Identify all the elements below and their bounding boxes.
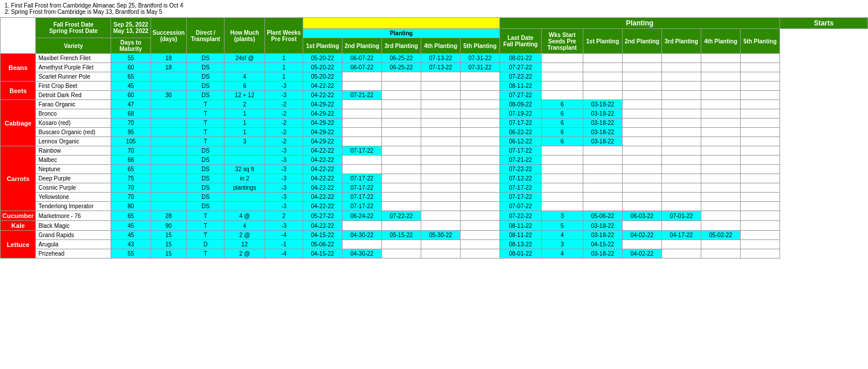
succession-cell <box>150 165 187 174</box>
how-cell: 12 + 12 <box>225 91 265 100</box>
start-4-cell <box>701 202 740 211</box>
how-cell: 4 <box>225 72 265 82</box>
start-2-cell <box>622 109 661 119</box>
how-cell: 1 <box>225 119 265 128</box>
plant-weeks-cell: 2 <box>265 211 303 221</box>
start-3-cell <box>661 183 701 193</box>
start-2-cell <box>622 193 661 202</box>
planting-1-cell: 04-15-22 <box>303 249 342 259</box>
planting-2-cell <box>342 82 381 91</box>
start-4-cell <box>701 63 740 72</box>
planting-5-cell: 07-31-22 <box>460 63 499 72</box>
start-3-cell <box>661 137 701 146</box>
planting-2-cell: 07-17-22 <box>342 183 381 193</box>
planting-1-cell: 04-22-22 <box>303 82 342 91</box>
last-date-cell: 08-01-22 <box>499 249 541 259</box>
plant-weeks-cell: 1 <box>265 72 303 82</box>
last-date-cell: 06-12-22 <box>499 137 541 146</box>
wks-start-cell: 6 <box>541 119 583 128</box>
planting-4-cell <box>421 82 460 91</box>
succession-cell <box>150 156 187 165</box>
planting-5-cell <box>460 128 499 137</box>
start-5-cell <box>740 165 779 174</box>
how-cell: in 2 <box>225 174 265 183</box>
wks-start-cell: 4 <box>541 231 583 240</box>
wks-start-cell: 5 <box>541 221 583 231</box>
dt-cell: DS <box>187 165 225 174</box>
planting-5-cell <box>460 82 499 91</box>
last-date-cell: 07-27-22 <box>499 91 541 100</box>
planting-2-cell: 07-17-22 <box>342 146 381 156</box>
plant-weeks-cell: -2 <box>265 109 303 119</box>
start-5-cell <box>740 91 779 100</box>
variety-cell: First Crop Beet <box>36 82 111 91</box>
planting-2-cell: 07-17-22 <box>342 174 381 183</box>
planting-4-cell <box>421 128 460 137</box>
plant-weeks-cell: -1 <box>265 240 303 249</box>
planting-4-cell <box>421 240 460 249</box>
last-date-cell: 07-17-22 <box>499 183 541 193</box>
planting-4-cell <box>421 156 460 165</box>
plant-weeks-cell: -2 <box>265 128 303 137</box>
planting-3-cell <box>381 109 421 119</box>
how-cell <box>225 202 265 211</box>
category-label: Beets <box>1 82 36 100</box>
planting-3-cell: 06-25-22 <box>381 63 421 72</box>
start-3-cell <box>661 249 701 259</box>
variety-cell: Marketmore - 76 <box>36 211 111 221</box>
start-1-cell <box>583 72 622 82</box>
start-5-cell <box>740 174 779 183</box>
planting-4-cell <box>421 193 460 202</box>
last-date-cell: 08-11-22 <box>499 231 541 240</box>
planting-2-cell: 07-17-22 <box>342 193 381 202</box>
plant-weeks-cell: -3 <box>265 183 303 193</box>
planting-4-cell: 07-13-22 <box>421 54 460 63</box>
start-4-cell <box>701 109 740 119</box>
start-3-cell: 07-01-22 <box>661 211 701 221</box>
start-2-cell <box>622 221 661 231</box>
start-1-cell: 03-18-22 <box>583 231 622 240</box>
start-4-cell <box>701 211 740 221</box>
start-3-cell <box>661 100 701 109</box>
variety-cell: Tenderlong Imperator <box>36 202 111 211</box>
planting-3-cell: 06-25-22 <box>381 54 421 63</box>
start-5-cell <box>740 109 779 119</box>
start-4-cell <box>701 82 740 91</box>
start-1-cell <box>583 54 622 63</box>
start-2-cell <box>622 128 661 137</box>
wks-start-cell <box>541 165 583 174</box>
succession-cell <box>150 72 187 82</box>
start-5-cell <box>740 249 779 259</box>
start-2-cell <box>622 165 661 174</box>
wks-start-cell <box>541 146 583 156</box>
planting-5-cell <box>460 221 499 231</box>
days-cell: 80 <box>111 202 150 211</box>
start-2-cell: 06-03-22 <box>622 211 661 221</box>
variety-cell: Black Magic <box>36 221 111 231</box>
dt-cell: DS <box>187 146 225 156</box>
last-date-cell: 07-17-22 <box>499 119 541 128</box>
planting-3-cell <box>381 249 421 259</box>
days-cell: 65 <box>111 72 150 82</box>
planting-2-cell <box>342 109 381 119</box>
start-2-cell <box>622 137 661 146</box>
start-5-cell <box>740 54 779 63</box>
start-3-cell <box>661 193 701 202</box>
days-cell: 66 <box>111 156 150 165</box>
planting-4-cell <box>421 221 460 231</box>
wks-start-cell: 3 <box>541 240 583 249</box>
variety-cell: Deep Purple <box>36 174 111 183</box>
planting-5-cell: 07-31-22 <box>460 54 499 63</box>
start-4-cell <box>701 128 740 137</box>
days-cell: 45 <box>111 231 150 240</box>
wks-start-cell <box>541 72 583 82</box>
days-cell: 70 <box>111 146 150 156</box>
planting-5-cell <box>460 156 499 165</box>
start-3-cell <box>661 165 701 174</box>
variety-cell: Kosaro (red) <box>36 119 111 128</box>
planting-1-cell: 04-29-22 <box>303 100 342 109</box>
wks-start-cell: 6 <box>541 137 583 146</box>
how-cell: 4 <box>225 221 265 231</box>
variety-cell: Farao Organic <box>36 100 111 109</box>
how-cell: 32 sq ft <box>225 165 265 174</box>
